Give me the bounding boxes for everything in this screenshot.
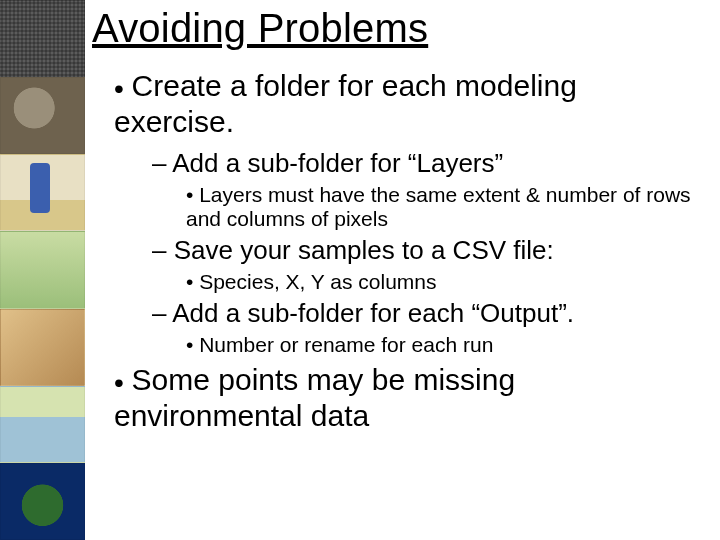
sub-bullet-output: Add a sub-folder for each “Output”. Numb… [152, 298, 700, 357]
sub-bullet-csv: Save your samples to a CSV file: Species… [152, 235, 700, 294]
bullet-text: Some points may be missing environmental… [114, 363, 515, 432]
sub-list: Add a sub-folder for “Layers” Layers mus… [114, 148, 700, 357]
thumb-relief-map [0, 386, 85, 463]
slide-content: Avoiding Problems Create a folder for ea… [92, 0, 712, 439]
sub-sub-list: Number or rename for each run [152, 333, 700, 357]
sub-sub-bullet-text: Species, X, Y as columns [199, 270, 436, 293]
thumbnail-sidebar [0, 0, 85, 540]
sub-bullet-layers: Add a sub-folder for “Layers” Layers mus… [152, 148, 700, 231]
thumb-green-map [0, 231, 85, 308]
bullet-text: Create a folder for each modeling exerci… [114, 69, 577, 138]
sub-sub-bullet-text: Number or rename for each run [199, 333, 493, 356]
thumb-parchment-map [0, 309, 85, 386]
bullet-missing-data: Some points may be missing environmental… [114, 363, 700, 434]
sub-sub-bullet-rename: Number or rename for each run [186, 333, 700, 357]
sub-bullet-text: Add a sub-folder for “Layers” [172, 148, 503, 178]
sub-sub-bullet-species: Species, X, Y as columns [186, 270, 700, 294]
slide-title: Avoiding Problems [92, 6, 700, 51]
thumb-grid-pattern [0, 0, 85, 77]
bullet-create-folder: Create a folder for each modeling exerci… [114, 69, 700, 357]
thumb-globe [0, 463, 85, 540]
thumb-ancient-tablet [0, 77, 85, 154]
sub-sub-list: Species, X, Y as columns [152, 270, 700, 294]
sub-bullet-text: Save your samples to a CSV file: [174, 235, 554, 265]
sub-sub-bullet-extent: Layers must have the same extent & numbe… [186, 183, 700, 231]
sub-bullet-text: Add a sub-folder for each “Output”. [172, 298, 574, 328]
bullet-list: Create a folder for each modeling exerci… [92, 69, 700, 433]
sub-sub-list: Layers must have the same extent & numbe… [152, 183, 700, 231]
sub-sub-bullet-text: Layers must have the same extent & numbe… [186, 183, 691, 230]
thumb-old-map-figure [0, 154, 85, 231]
